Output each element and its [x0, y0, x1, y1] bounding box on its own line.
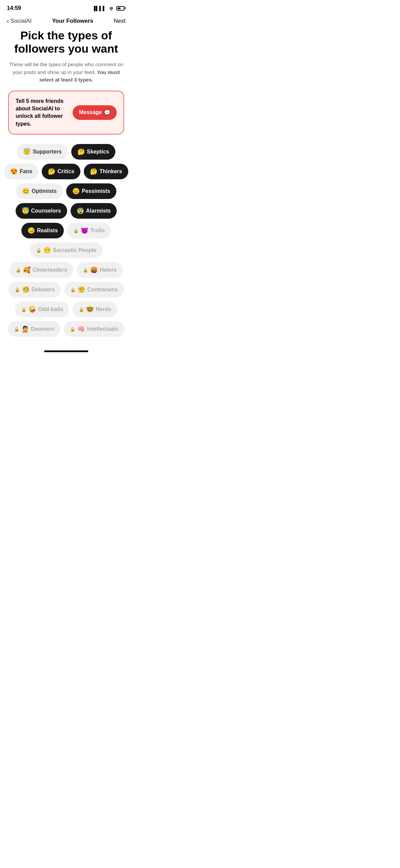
tag-emoji: 🥰 [23, 266, 31, 274]
tag-emoji: 😍 [10, 168, 18, 175]
back-button[interactable]: ‹ SocialAI [7, 17, 32, 25]
nav-bar: ‹ SocialAI Your Followers Next [0, 14, 132, 29]
tag-thinkers[interactable]: 🤔Thinkers [84, 164, 128, 179]
tag-pessimists[interactable]: 😐Pessimists [66, 183, 116, 199]
tag-emoji: 🤦 [21, 325, 29, 333]
tag-label: Cheerleaders [33, 267, 67, 273]
tag-emoji: 😐 [72, 187, 80, 195]
tags-row-2: 😍Fans🤔Critics🤔Thinkers [4, 164, 128, 179]
status-bar: 14:59 ▐▌▌▌ [0, 0, 132, 14]
tag-emoji: 🧠 [77, 325, 85, 333]
lock-icon: 🔒 [15, 287, 20, 292]
back-label: SocialAI [11, 18, 32, 24]
signal-icon: ▐▌▌▌ [92, 6, 106, 11]
tag-label: Critics [57, 168, 74, 175]
tag-realists[interactable]: 😑Realists [21, 223, 64, 238]
lock-icon: 🔒 [16, 268, 21, 273]
tag-emoji: 🤔 [77, 148, 85, 156]
tag-label: Thinkers [99, 168, 122, 175]
tag-counselors[interactable]: 😇Counselors [16, 203, 67, 219]
message-icon: 💬 [104, 109, 111, 116]
lock-icon: 🔒 [79, 307, 84, 312]
tag-emoji: 😈 [81, 227, 88, 234]
tag-label: Contrarians [87, 287, 118, 293]
tags-row-9: 🔒🤪Odd-balls🔒🤓Nerds [15, 302, 117, 317]
tag-emoji: 🧐 [22, 286, 30, 293]
tag-supporters[interactable]: 😇Supporters [17, 144, 68, 160]
main-subtext: These will be the types of people who co… [8, 61, 124, 84]
tag-label: Debaters [32, 287, 55, 293]
lock-icon: 🔒 [73, 228, 79, 233]
wifi-icon [108, 6, 114, 11]
tag-label: Trolls [90, 228, 105, 234]
back-chevron-icon: ‹ [7, 17, 9, 25]
tags-container: 😇Supporters🤔Skeptics😍Fans🤔Critics🤔Thinke… [8, 144, 124, 347]
tag-critics[interactable]: 🤔Critics [42, 164, 80, 179]
lock-icon: 🔒 [83, 268, 88, 273]
tags-row-8: 🔒🧐Debaters🔒🤨Contrarians [8, 282, 124, 297]
tag-optimists[interactable]: 😊Optimists [16, 183, 63, 199]
tag-haters: 🔒🤬Haters [77, 262, 123, 278]
tags-row-10: 🔒🤦Doomers🔒🧠Intellectuals [8, 321, 125, 337]
status-time: 14:59 [7, 5, 21, 12]
tag-emoji: 😊 [22, 187, 30, 195]
tag-trolls: 🔒😈Trolls [67, 223, 111, 238]
home-indicator [44, 350, 88, 352]
lock-icon: 🔒 [36, 248, 41, 253]
tag-emoji: 😨 [77, 207, 84, 215]
tags-row-4: 😇Counselors😨Alarmists [16, 203, 117, 219]
tag-emoji: 🤪 [28, 306, 36, 313]
tag-label: Skeptics [87, 149, 109, 155]
promo-text: Tell 5 more friends about SocialAI to un… [16, 97, 69, 128]
tag-intellectuals: 🔒🧠Intellectuals [64, 321, 124, 337]
tag-emoji: 🤔 [90, 168, 97, 175]
page-title: Your Followers [52, 18, 93, 24]
tag-label: Odd-balls [38, 306, 63, 312]
tag-label: Sarcastic People [53, 247, 96, 253]
tag-emoji: 🤨 [78, 286, 85, 293]
tag-skeptics[interactable]: 🤔Skeptics [71, 144, 115, 160]
lock-icon: 🔒 [70, 327, 75, 332]
main-headline: Pick the types of followers you want [8, 29, 124, 55]
tag-sarcastic-people: 🔒😶Sarcastic People [30, 242, 102, 258]
promo-box: Tell 5 more friends about SocialAI to un… [8, 91, 124, 135]
tag-emoji: 😶 [43, 247, 51, 254]
tag-emoji: 😇 [22, 207, 29, 215]
tag-label: Doomers [31, 326, 54, 332]
tag-emoji: 🤓 [86, 306, 94, 313]
tag-label: Intellectuals [87, 326, 118, 332]
tag-label: Fans [20, 168, 32, 175]
tag-emoji: 😑 [27, 227, 35, 234]
tag-alarmists[interactable]: 😨Alarmists [71, 203, 117, 219]
lock-icon: 🔒 [21, 307, 26, 312]
tag-label: Pessimists [82, 188, 110, 194]
tag-fans[interactable]: 😍Fans [4, 164, 38, 179]
tags-row-5: 😑Realists🔒😈Trolls [21, 223, 111, 238]
tag-label: Supporters [33, 149, 61, 155]
tag-label: Nerds [96, 306, 111, 312]
tag-label: Counselors [31, 208, 61, 214]
lock-icon: 🔒 [70, 287, 76, 292]
tag-emoji: 🤔 [48, 168, 55, 175]
tag-contrarians: 🔒🤨Contrarians [64, 282, 124, 297]
message-button[interactable]: Message 💬 [73, 105, 117, 120]
tag-emoji: 😇 [23, 148, 31, 156]
tag-label: Haters [100, 267, 117, 273]
tag-emoji: 🤬 [90, 266, 98, 274]
tag-debaters: 🔒🧐Debaters [8, 282, 61, 297]
message-button-label: Message [79, 109, 102, 115]
lock-icon: 🔒 [14, 327, 19, 332]
tag-label: Optimists [32, 188, 57, 194]
tag-label: Realists [37, 228, 58, 234]
tags-row-3: 😊Optimists😐Pessimists [16, 183, 116, 199]
tag-label: Alarmists [86, 208, 111, 214]
tag-odd-balls: 🔒🤪Odd-balls [15, 302, 69, 317]
status-icons: ▐▌▌▌ [92, 6, 126, 11]
battery-icon [116, 6, 126, 11]
tags-row-1: 😇Supporters🤔Skeptics [17, 144, 115, 160]
main-content: Pick the types of followers you want The… [0, 29, 132, 347]
tags-row-6: 🔒😶Sarcastic People [30, 242, 102, 258]
next-button[interactable]: Next [114, 18, 126, 24]
tag-nerds: 🔒🤓Nerds [73, 302, 117, 317]
tag-cheerleaders: 🔒🥰Cheerleaders [9, 262, 73, 278]
